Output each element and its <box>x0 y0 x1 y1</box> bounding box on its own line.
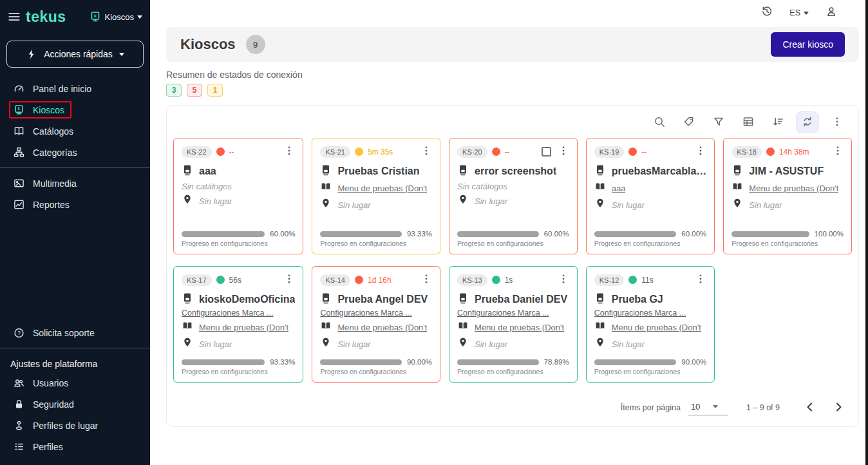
card-checkbox[interactable] <box>542 147 551 157</box>
sidebar-item-perfiles[interactable]: Perfiles <box>0 436 150 457</box>
catalog-row: Menu de pruebas (Don't <box>320 181 432 195</box>
uptime-label: -- <box>505 147 510 157</box>
search-icon <box>654 116 665 129</box>
sitemap-icon <box>14 147 24 158</box>
sidebar-main-nav: Panel de iniciokKioscosCatálogosCategorí… <box>0 78 150 215</box>
sidebar-item-usuarios[interactable]: Usuarios <box>0 372 150 394</box>
window-right-edge <box>865 0 868 465</box>
sidebar-divider <box>0 167 150 168</box>
profiles-icon <box>14 441 24 452</box>
status-dot <box>628 276 637 284</box>
card-title: kioskoDemoOficina <box>199 294 295 305</box>
catalog-link[interactable]: Menu de pruebas (Don't <box>475 323 564 332</box>
catalog-link[interactable]: Menu de pruebas (Don't <box>199 323 288 332</box>
card-id-badge: KS-21 <box>320 146 350 158</box>
more-vertical-icon <box>283 273 295 287</box>
catalog-link[interactable]: aaa <box>612 184 626 193</box>
status-badge-green: 3 <box>166 84 182 97</box>
location-label: Sin lugar <box>475 196 507 206</box>
toolbar-tags-button[interactable] <box>678 112 700 133</box>
sidebar-item-kioscos[interactable]: kKioscos <box>0 99 150 120</box>
sidebar-item-reportes[interactable]: Reportes <box>0 194 150 215</box>
chevron-down-icon <box>119 53 124 56</box>
next-page-button[interactable] <box>830 399 847 416</box>
connection-status-badges: 351 <box>166 84 859 97</box>
sidebar-item-seguridad[interactable]: Seguridad <box>0 394 150 415</box>
card-menu-button[interactable] <box>283 273 295 287</box>
progress-caption: Progreso en configuraciones <box>182 240 295 247</box>
sidebar-item-multimedia[interactable]: Multimedia <box>0 173 150 194</box>
history-button[interactable] <box>761 6 773 20</box>
card-id-badge: KS-13 <box>457 274 487 286</box>
progress-value: 90.00% <box>407 358 432 366</box>
list-toolbar <box>172 109 853 138</box>
more-vertical-icon <box>695 145 706 158</box>
book-icon <box>14 126 24 137</box>
kiosk-icon <box>182 164 193 178</box>
catalog-link[interactable]: Menu de pruebas (Don't <box>337 323 427 332</box>
account-button[interactable] <box>826 6 837 20</box>
progress-track <box>182 231 265 237</box>
workspace-switcher[interactable]: k Kioscos <box>90 11 142 23</box>
progress-value: 100.00% <box>815 230 844 238</box>
more-vertical-icon <box>695 273 706 287</box>
sidebar-item-categorias[interactable]: Categorías <box>0 142 150 163</box>
card-menu-button[interactable] <box>558 145 569 158</box>
catalog-link[interactable]: Menu de pruebas (Don't <box>337 184 427 193</box>
toolbar-sort-button[interactable] <box>767 112 789 133</box>
sort-icon <box>772 116 784 129</box>
language-select[interactable]: ES <box>789 8 809 17</box>
kiosk-card-ks-12: KS-12 11s Prueba GJ Configuraciones Marc… <box>586 266 715 383</box>
page-size-select[interactable]: 10 <box>688 401 728 415</box>
sidebar-item-perfiles-de-lugar[interactable]: Perfiles de lugar <box>0 415 150 436</box>
sidebar-item-panel-de-inicio[interactable]: Panel de inicio <box>0 78 150 99</box>
catalog-link[interactable]: Menu de pruebas (Don't <box>612 323 701 332</box>
progress-value: 60.00% <box>270 230 295 238</box>
quick-actions-button[interactable]: Acciones rápidas <box>6 41 144 68</box>
card-menu-button[interactable] <box>420 273 432 287</box>
card-menu-button[interactable] <box>832 145 844 158</box>
location-pin-icon <box>457 337 469 351</box>
menu-icon[interactable] <box>8 10 21 23</box>
dashboard-icon <box>14 83 24 94</box>
card-title-row: Prueba Daniel DEV <box>457 292 569 307</box>
location-pin-icon <box>594 337 606 351</box>
sidebar-item-catalogos[interactable]: Catálogos <box>0 120 150 142</box>
location-row: Sin lugar <box>594 198 707 212</box>
kiosk-card-ks-20: KS-20 -- error screenshot Sin catálogos … <box>449 138 578 254</box>
create-kiosk-button[interactable]: Crear kiosco <box>771 32 845 57</box>
location-label: Sin lugar <box>612 339 645 349</box>
card-menu-button[interactable] <box>558 273 569 287</box>
toolbar-more-button[interactable] <box>826 112 848 133</box>
card-id-badge: KS-17 <box>182 274 212 286</box>
catalog-link[interactable]: Menu de pruebas (Don't <box>749 184 838 193</box>
card-menu-button[interactable] <box>695 273 706 287</box>
card-header: KS-22 -- <box>182 145 295 158</box>
location-pin-icon <box>320 198 332 212</box>
toolbar-refresh-button[interactable] <box>797 112 818 133</box>
app-window: tekus k Kioscos Acciones rápidas Panel d… <box>0 0 868 465</box>
uptime-label: 56s <box>229 276 241 285</box>
sidebar-item-label: Seguridad <box>33 399 74 410</box>
config-link[interactable]: Configuraciones Marca ... <box>594 308 707 318</box>
config-link[interactable]: Configuraciones Marca ... <box>320 308 432 318</box>
uptime-label: -- <box>641 147 646 157</box>
more-vertical-icon <box>420 145 432 158</box>
sidebar-item-solicita-soporte[interactable]: ? Solicita soporte <box>0 322 150 343</box>
config-link[interactable]: Configuraciones Marca ... <box>457 308 569 318</box>
card-title-row: aaa <box>182 164 295 178</box>
toolbar-search-button[interactable] <box>648 112 670 133</box>
location-label: Sin lugar <box>199 196 232 206</box>
toolbar-table-view-button[interactable] <box>737 112 759 133</box>
svg-text:k: k <box>94 13 97 19</box>
status-dot <box>355 147 363 156</box>
help-icon: ? <box>14 327 24 339</box>
previous-page-button[interactable] <box>802 399 818 416</box>
config-link[interactable]: Configuraciones Marca ... <box>182 308 295 318</box>
uptime-label: 11s <box>641 276 653 285</box>
card-menu-button[interactable] <box>420 145 432 158</box>
status-dot <box>216 276 225 284</box>
toolbar-filter-button[interactable] <box>708 112 730 133</box>
card-menu-button[interactable] <box>695 145 706 158</box>
card-menu-button[interactable] <box>283 145 295 158</box>
